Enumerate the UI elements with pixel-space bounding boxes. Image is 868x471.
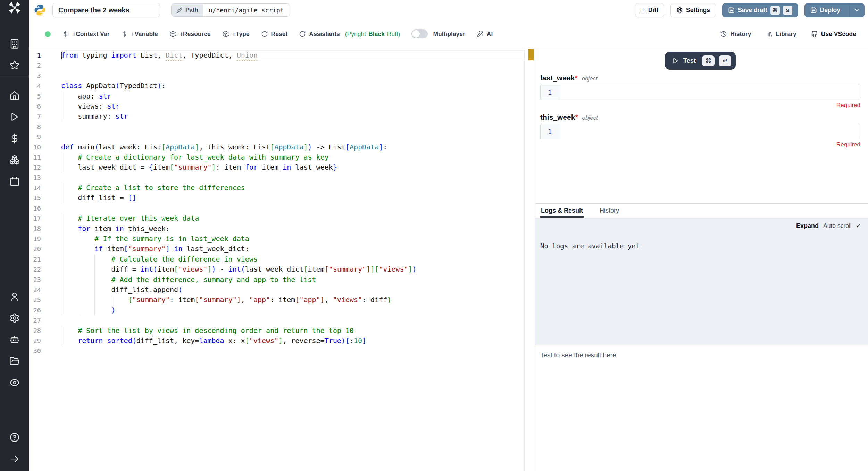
library-icon — [766, 31, 773, 37]
arg-json-editor[interactable]: 1 — [540, 124, 860, 139]
required-warning: Required — [540, 141, 860, 148]
code-line-17[interactable]: 17# Iterate over this_week data — [29, 213, 535, 223]
ai-button[interactable]: AI — [477, 31, 493, 38]
line-number: 11 — [29, 152, 41, 162]
resource-button[interactable]: +Resource — [169, 31, 211, 38]
arg-input[interactable] — [559, 124, 860, 139]
code-line-27[interactable]: 27 — [29, 315, 535, 325]
path-field[interactable]: Path u/henri/agile_script — [171, 3, 290, 17]
multiplayer-toggle[interactable] — [411, 29, 428, 38]
line-content — [41, 173, 61, 183]
sidebar-item-bot[interactable] — [0, 329, 29, 350]
sidebar-item-help-circle[interactable] — [0, 427, 29, 448]
save-draft-button[interactable]: Save draft ⌘ S — [722, 3, 798, 17]
sidebar-item-home[interactable] — [0, 85, 29, 106]
code-line-2[interactable]: 2 — [29, 60, 535, 70]
code-line-18[interactable]: 18for item in this_week: — [29, 224, 535, 234]
sidebar-item-settings[interactable] — [0, 307, 29, 329]
sidebar-item-star[interactable] — [0, 54, 29, 76]
path-value[interactable]: u/henri/agile_script — [203, 4, 290, 16]
code-line-14[interactable]: 14# Create a list to store the differenc… — [29, 183, 535, 193]
code-line-16[interactable]: 16 — [29, 203, 535, 213]
code-line-6[interactable]: 6views: str — [29, 101, 535, 111]
code-line-1[interactable]: 1from typing import List, Dict, TypedDic… — [29, 50, 535, 60]
code-line-13[interactable]: 13 — [29, 173, 535, 183]
minimap[interactable] — [524, 48, 535, 471]
autoscroll-toggle[interactable]: Auto scroll — [823, 222, 852, 230]
line-content: # If the summary is in last_week data — [41, 234, 249, 244]
code-line-20[interactable]: 20if item["summary"] in last_week_dict: — [29, 244, 535, 254]
code-line-25[interactable]: 25{"summary": item["summary"], "app": it… — [29, 295, 535, 305]
assistants-status: (Pyright Black Ruff) — [345, 31, 400, 38]
windmill-logo-icon[interactable] — [0, 0, 29, 15]
code-line-30[interactable]: 30 — [29, 346, 535, 356]
code-line-29[interactable]: 29return sorted(diff_list, key=lambda x:… — [29, 336, 535, 346]
code-line-5[interactable]: 5app: str — [29, 91, 535, 101]
deploy-button[interactable]: Deploy — [804, 3, 865, 17]
plus-minus-icon: ± — [641, 6, 645, 14]
context-var-button[interactable]: +Context Var — [62, 31, 109, 38]
code-line-23[interactable]: 23# Add the difference, summary and app … — [29, 275, 535, 285]
line-content — [41, 122, 61, 132]
tab-history[interactable]: History — [599, 204, 620, 218]
arg-input[interactable] — [559, 85, 860, 100]
line-number: 19 — [29, 234, 41, 244]
sidebar-item-eye[interactable] — [0, 372, 29, 393]
line-content: ) — [41, 305, 116, 315]
tab-logs-result[interactable]: Logs & Result — [540, 204, 584, 218]
code-line-3[interactable]: 3 — [29, 71, 535, 81]
reset-button[interactable]: Reset — [261, 31, 288, 38]
code-line-15[interactable]: 15diff_list = [] — [29, 193, 535, 203]
line-number: 12 — [29, 162, 41, 172]
line-content: from typing import List, Dict, TypedDict… — [41, 50, 258, 60]
variable-button[interactable]: +Variable — [121, 31, 158, 38]
code-line-26[interactable]: 26) — [29, 305, 535, 315]
sidebar-item-arrow-right[interactable] — [0, 448, 29, 470]
code-line-19[interactable]: 19# If the summary is in last_week data — [29, 234, 535, 244]
wand-icon — [477, 31, 484, 37]
sidebar-item-play[interactable] — [0, 106, 29, 128]
sidebar — [0, 0, 29, 471]
code-line-7[interactable]: 7summary: str — [29, 111, 535, 121]
code-line-28[interactable]: 28# Sort the list by views in descending… — [29, 326, 535, 336]
code-line-12[interactable]: 12last_week_dict = {item["summary"]: ite… — [29, 162, 535, 172]
type-button[interactable]: +Type — [222, 31, 250, 38]
s-key-chip: S — [783, 6, 792, 15]
test-button[interactable]: Test ⌘ ↵ — [665, 52, 736, 70]
deploy-dropdown-button[interactable] — [849, 3, 864, 17]
multiplayer-label: Multiplayer — [433, 31, 465, 38]
history-button[interactable]: History — [720, 31, 751, 38]
code-line-8[interactable]: 8 — [29, 122, 535, 132]
required-warning: Required — [540, 102, 860, 109]
assistants-button[interactable]: Assistants — [299, 31, 340, 38]
arg-json-editor[interactable]: 1 — [540, 85, 860, 100]
settings-button[interactable]: Settings — [670, 3, 716, 17]
diff-button[interactable]: ± Diff — [635, 3, 664, 17]
line-number: 21 — [29, 254, 41, 264]
use-vscode-button[interactable]: Use VScode — [811, 31, 856, 38]
sidebar-item-dollar[interactable] — [0, 128, 29, 149]
line-content: diff_list.append( — [41, 285, 182, 295]
line-number: 14 — [29, 183, 41, 193]
code-line-22[interactable]: 22diff = int(item["views"]) - int(last_w… — [29, 264, 535, 274]
code-line-4[interactable]: 4class AppData(TypedDict): — [29, 81, 535, 91]
code-line-24[interactable]: 24diff_list.append( — [29, 285, 535, 295]
sidebar-item-calendar[interactable] — [0, 171, 29, 192]
arg-type: object — [582, 114, 598, 121]
arg-type: object — [582, 75, 597, 82]
library-button[interactable]: Library — [766, 31, 796, 38]
cmd-key-chip: ⌘ — [770, 6, 780, 15]
code-line-10[interactable]: 10def main(last_week: List[AppData], thi… — [29, 142, 535, 152]
minimap-warning-marker — [528, 49, 534, 60]
sidebar-item-user[interactable] — [0, 286, 29, 307]
sidebar-item-boxes[interactable] — [0, 149, 29, 171]
sidebar-item-building[interactable] — [0, 33, 29, 54]
script-title-input[interactable]: Compare the 2 weeks — [52, 3, 160, 17]
sidebar-item-folder-open[interactable] — [0, 350, 29, 372]
code-line-21[interactable]: 21# Calculate the difference in views — [29, 254, 535, 264]
expand-button[interactable]: Expand — [796, 222, 819, 230]
code-editor[interactable]: 1from typing import List, Dict, TypedDic… — [29, 48, 535, 471]
play-icon — [672, 57, 679, 65]
code-line-9[interactable]: 9 — [29, 132, 535, 142]
code-line-11[interactable]: 11# Create a dictionary for last_week da… — [29, 152, 535, 162]
